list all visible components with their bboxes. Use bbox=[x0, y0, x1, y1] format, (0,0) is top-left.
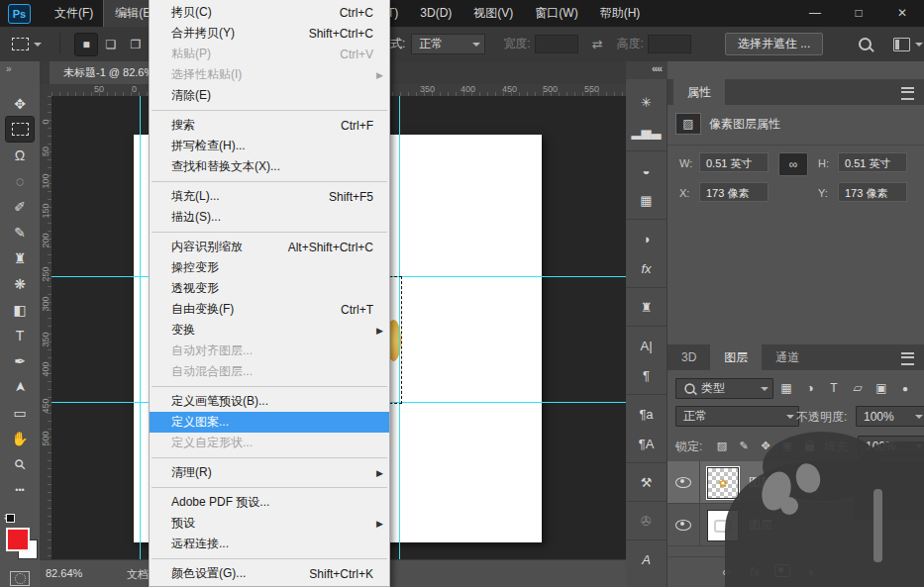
foreground-color-swatch[interactable] bbox=[6, 528, 30, 551]
menu-item[interactable]: 粘贴(P)Ctrl+V bbox=[150, 44, 389, 64]
menu-item[interactable]: 颜色设置(G)...Shift+Ctrl+K bbox=[150, 563, 389, 584]
menu-item[interactable]: 拷贝(C)Ctrl+C bbox=[150, 2, 389, 23]
path-selection-tool[interactable]: ➤ bbox=[6, 374, 34, 399]
x-field[interactable]: 173 像素 bbox=[699, 182, 769, 202]
navigator-panel-icon[interactable]: ✳ bbox=[630, 87, 664, 117]
add-mask-icon[interactable] bbox=[769, 564, 796, 580]
clone-stamp-tool[interactable]: ♜ bbox=[6, 245, 34, 270]
gradient-tool[interactable]: ◧ bbox=[6, 297, 34, 322]
new-selection-button[interactable]: ■ bbox=[75, 34, 97, 55]
filter-shape-icon[interactable]: ▱ bbox=[846, 378, 870, 398]
active-tool-preset[interactable] bbox=[12, 27, 42, 61]
h-field[interactable]: 0.51 英寸 bbox=[838, 152, 907, 172]
layer-thumbnail[interactable] bbox=[707, 510, 739, 541]
lock-paint-icon[interactable]: ✎ bbox=[733, 437, 755, 454]
clone-source-panel-icon[interactable]: ♜ bbox=[630, 292, 664, 322]
search-icon[interactable] bbox=[859, 38, 872, 50]
zoom-tool[interactable]: ⚲ bbox=[6, 451, 34, 476]
filter-pixel-icon[interactable]: ▦ bbox=[774, 378, 798, 398]
menu-item[interactable]: 透视变形 bbox=[150, 278, 389, 299]
menu-item[interactable]: 合并拷贝(Y)Shift+Ctrl+C bbox=[150, 23, 389, 44]
close-button[interactable]: ✕ bbox=[880, 0, 924, 27]
tab-3d[interactable]: 3D bbox=[667, 344, 710, 370]
menu-item[interactable]: 清除(E) bbox=[150, 85, 389, 106]
pen-tool[interactable]: ✒ bbox=[6, 348, 34, 373]
lock-move-icon[interactable]: ✥ bbox=[755, 437, 776, 454]
layer-row[interactable]: 图层 bbox=[667, 504, 924, 546]
width-input[interactable] bbox=[535, 35, 578, 53]
opacity-select[interactable]: 100% bbox=[856, 406, 924, 427]
filter-smart-icon[interactable]: ▣ bbox=[870, 378, 893, 398]
menu-item[interactable]: 自由变换(F)Ctrl+T bbox=[150, 299, 389, 320]
subtract-selection-button[interactable]: ❐ bbox=[125, 34, 147, 55]
menu-item[interactable]: 清理(R)▶ bbox=[150, 462, 389, 483]
lock-transparency-icon[interactable]: ▨ bbox=[711, 437, 733, 454]
menu-window[interactable]: 窗口(W) bbox=[524, 0, 588, 27]
menu-3d[interactable]: 3D(D) bbox=[409, 0, 462, 27]
more-tools[interactable]: ••• bbox=[6, 477, 34, 502]
menu-view[interactable]: 视图(V) bbox=[462, 0, 524, 27]
menu-item[interactable]: 变换▶ bbox=[150, 320, 389, 341]
filter-adjustment-icon[interactable]: ◑ bbox=[798, 378, 822, 398]
layer-visibility-toggle[interactable] bbox=[667, 504, 700, 545]
menu-item[interactable]: 描边(S)... bbox=[150, 207, 389, 228]
menu-item[interactable]: 操控变形 bbox=[150, 257, 389, 278]
guide-vertical[interactable] bbox=[140, 96, 141, 559]
add-selection-button[interactable]: ❏ bbox=[100, 34, 122, 55]
tab-properties[interactable]: 属性 bbox=[673, 79, 725, 105]
select-and-mask-button[interactable]: 选择并遮住 ... bbox=[725, 33, 823, 55]
menu-item[interactable]: 拼写检查(H)... bbox=[150, 136, 389, 156]
panel-menu-icon[interactable] bbox=[901, 352, 914, 365]
link-dimensions-icon[interactable]: ∞ bbox=[778, 152, 808, 176]
move-tool[interactable]: ✥ bbox=[6, 91, 34, 116]
zoom-level[interactable]: 82.64% bbox=[46, 567, 82, 579]
menu-help[interactable]: 帮助(H) bbox=[589, 0, 652, 27]
hand-tool[interactable]: ✋ bbox=[6, 426, 34, 450]
style-select[interactable]: 正常 bbox=[411, 34, 485, 54]
paragraph-panel-icon[interactable]: ¶ bbox=[630, 360, 664, 390]
quick-mask-button[interactable] bbox=[10, 571, 30, 586]
maximize-button[interactable]: □ bbox=[837, 0, 880, 27]
expand-toolbox-icon[interactable]: » bbox=[6, 63, 10, 74]
brush-tool[interactable]: ✎ bbox=[6, 220, 34, 245]
chevron-down-icon[interactable] bbox=[915, 43, 923, 50]
layer-visibility-toggle[interactable] bbox=[667, 461, 700, 503]
y-field[interactable]: 173 像素 bbox=[838, 182, 907, 202]
menu-item[interactable]: 查找和替换文本(X)... bbox=[150, 156, 389, 177]
menu-item[interactable]: 定义图案... bbox=[150, 412, 389, 433]
eyedropper-tool[interactable]: ✐ bbox=[6, 194, 34, 219]
swatches-panel-icon[interactable]: ▦ bbox=[630, 185, 664, 215]
menu-file[interactable]: 文件(F) bbox=[44, 0, 104, 27]
menu-item[interactable]: 内容识别缩放Alt+Shift+Ctrl+C bbox=[150, 237, 389, 257]
spot-healing-tool[interactable]: ❋ bbox=[6, 271, 34, 296]
panel-menu-icon[interactable] bbox=[901, 87, 914, 100]
menu-item[interactable]: 远程连接... bbox=[150, 534, 389, 554]
filter-pin-icon[interactable]: ● bbox=[893, 378, 917, 398]
character-panel-icon[interactable]: A| bbox=[630, 331, 664, 360]
w-field[interactable]: 0.51 英寸 bbox=[699, 152, 769, 172]
lock-all-icon[interactable] bbox=[798, 437, 820, 454]
lock-artboard-icon[interactable]: ▣ bbox=[776, 437, 798, 454]
rectangle-tool[interactable]: ▭ bbox=[6, 400, 34, 425]
layer-filter-select[interactable]: 类型 bbox=[675, 378, 773, 399]
default-colors-icon[interactable] bbox=[6, 514, 15, 523]
color-panel-icon[interactable]: ◒ bbox=[630, 155, 664, 185]
link-layers-icon[interactable]: ∞ bbox=[713, 565, 741, 579]
height-input[interactable] bbox=[648, 35, 691, 53]
menu-item[interactable]: 搜索Ctrl+F bbox=[150, 115, 389, 136]
swap-dimensions-icon[interactable]: ⇄ bbox=[592, 37, 603, 51]
tab-layers[interactable]: 图层 bbox=[710, 344, 762, 370]
tab-channels[interactable]: 通道 bbox=[762, 344, 813, 370]
layer-thumbnail[interactable]: ✿ bbox=[707, 467, 739, 499]
adjustments-panel-icon[interactable]: ◑ bbox=[630, 224, 664, 253]
collapse-panels-icon[interactable]: «« bbox=[652, 62, 662, 74]
menu-item[interactable]: 自动对齐图层... bbox=[150, 341, 389, 361]
rectangular-marquee-tool[interactable] bbox=[6, 117, 34, 142]
layer-style-icon[interactable]: fx bbox=[741, 565, 769, 579]
menu-item[interactable]: 预设▶ bbox=[150, 513, 389, 534]
paragraph-styles-panel-icon[interactable]: ¶A bbox=[630, 429, 664, 458]
layer-name[interactable]: 图层 4 bbox=[749, 474, 782, 491]
menu-item[interactable]: 选择性粘贴(I)▶ bbox=[150, 64, 389, 85]
menu-item[interactable]: 定义自定形状... bbox=[150, 433, 389, 453]
type-tool[interactable]: T bbox=[6, 323, 34, 347]
